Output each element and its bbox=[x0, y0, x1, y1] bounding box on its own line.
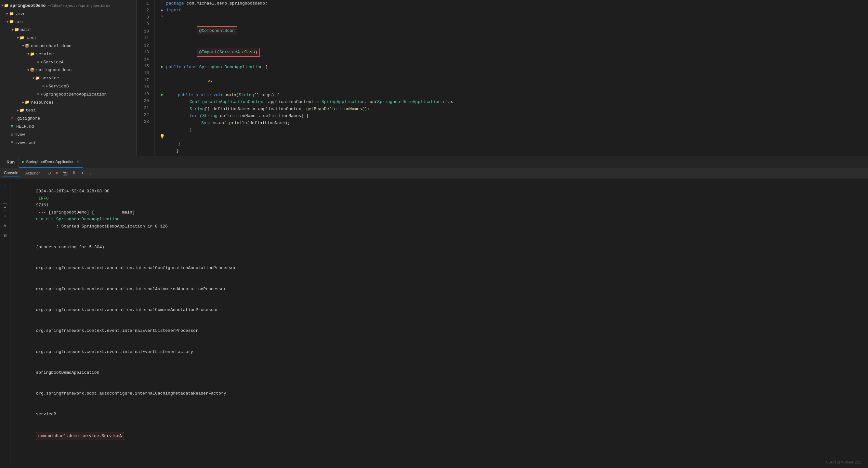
run-icon[interactable]: ▶ bbox=[161, 92, 163, 98]
chevron-icon: ▼ bbox=[27, 52, 29, 57]
sidebar-mvnwcmd-label: mvnw.cmd bbox=[14, 140, 35, 147]
print-btn[interactable]: 🖨 bbox=[2, 222, 8, 230]
sidebar-item-serviceB[interactable]: ⊙ ● ServiceB bbox=[0, 83, 136, 91]
console-process: (process running for 5.304) bbox=[36, 245, 104, 250]
bean-icon: ● bbox=[41, 60, 42, 65]
sidebar-item-SpringbootDemoApplication[interactable]: ⊙ ● SpringbootDemoApplication bbox=[0, 91, 136, 99]
code-text-10: @ComponentScan bbox=[166, 19, 864, 41]
console-bean-1: org.springframework.context.annotation.i… bbox=[36, 266, 236, 271]
console-bean-5: org.springframework.context.event.intern… bbox=[36, 349, 193, 354]
run-tab-springboot[interactable]: ▶ SpringbootDemoApplication ✕ bbox=[19, 156, 83, 168]
run-label-text: Run bbox=[6, 160, 14, 164]
chevron-icon: ▼ bbox=[22, 43, 24, 49]
sidebar-item-gitignore[interactable]: ⊘ .gitignore bbox=[0, 115, 136, 123]
lamp-icon[interactable]: 💡 bbox=[160, 133, 165, 140]
folder-icon: 📁 bbox=[14, 27, 19, 33]
code-line-3: ▶ import ... bbox=[158, 7, 864, 14]
console-toolbar: Console Actuator ↺ ■ 📷 ⏸ ⬇ ⋮ bbox=[0, 168, 868, 179]
sidebar-test-label: test bbox=[26, 107, 36, 114]
more-icon[interactable]: ⋮ bbox=[88, 170, 92, 176]
code-text-16: String[] definitionNames = applicationCo… bbox=[166, 105, 864, 113]
sidebar-item-help[interactable]: M↓ HELP.md bbox=[0, 123, 136, 131]
sidebar-src-label: src bbox=[15, 19, 23, 26]
gutter-14: ▶ bbox=[158, 92, 166, 98]
sidebar-item-src[interactable]: ▼ 📁 src bbox=[0, 18, 136, 26]
console-bean-8: serviceB bbox=[36, 412, 56, 417]
sidebar-item-java[interactable]: ▼ 📁 java bbox=[0, 34, 136, 42]
sidebar-item-service1[interactable]: ▼ 📁 service bbox=[0, 51, 136, 59]
file-icon: ≡ bbox=[11, 132, 13, 138]
console-left-buttons: ↑ ↓ ↵ ⬇ 🖨 🗑 bbox=[0, 181, 10, 465]
scroll-bottom-btn[interactable]: ⬇ bbox=[3, 213, 7, 220]
console-tab-console[interactable]: Console bbox=[3, 170, 20, 177]
sidebar-root-label: springbootDemo bbox=[10, 3, 45, 9]
run-label: Run bbox=[3, 156, 19, 168]
stop-icon[interactable]: ■ bbox=[56, 170, 58, 176]
sidebar-service2-label: service bbox=[41, 75, 59, 82]
run-tabs-bar: Run ▶ SpringbootDemoApplication ✕ bbox=[0, 156, 868, 168]
sidebar-item-main[interactable]: ▼ 📁 main bbox=[0, 26, 136, 34]
chevron-icon: ▶ bbox=[22, 100, 24, 105]
sidebar-item-mvnwcmd[interactable]: ≡ mvnw.cmd bbox=[0, 139, 136, 147]
console-bean-4: org.springframework.context.event.intern… bbox=[36, 328, 198, 333]
editor-area: 1 2 3 9 10 11 12 13 14 15 16 17 18 19 20… bbox=[136, 0, 868, 156]
code-line-1: package com.michael.demo.springbootdemo; bbox=[158, 0, 864, 7]
folder-icon: 📁 bbox=[4, 3, 9, 9]
console-tab-label: Console bbox=[4, 170, 18, 175]
sidebar-item-service2[interactable]: ▼ 📁 service bbox=[0, 74, 136, 83]
file-icon: ≡ bbox=[11, 140, 13, 146]
sidebar-item-resources[interactable]: ▶ 📁 resources bbox=[0, 99, 136, 107]
chevron-icon: ▼ bbox=[32, 76, 34, 81]
chevron-icon: ▼ bbox=[12, 28, 14, 33]
pause-icon[interactable]: ⏸ bbox=[72, 170, 76, 176]
code-text-11: @Import(ServiceA.class) bbox=[166, 41, 864, 64]
gutter-3: ▶ bbox=[158, 7, 166, 13]
chevron-icon: ▼ bbox=[1, 3, 3, 8]
sidebar-item-com-michael-demo[interactable]: ▼ 📦 com.michael.demo bbox=[0, 42, 136, 51]
code-text-21: } bbox=[166, 141, 864, 147]
folder-icon: 📁 bbox=[25, 99, 30, 105]
annotation-highlight-box-bottom: @Import(ServiceA.class) bbox=[197, 49, 260, 57]
camera-icon[interactable]: 📷 bbox=[62, 170, 68, 176]
fold-icon[interactable]: ▶ bbox=[161, 7, 163, 13]
restart-icon[interactable]: ↺ bbox=[49, 170, 51, 176]
console-line-9: org.springframework.boot.autoconfigure.i… bbox=[14, 383, 864, 404]
edit-icon[interactable]: ✎ bbox=[161, 14, 163, 20]
scroll-down-btn[interactable]: ↓ bbox=[3, 193, 7, 201]
console-timestamp: 2024-03-26T14:52:34.028+08:00 bbox=[36, 189, 112, 194]
bean-icon: ● bbox=[41, 92, 42, 97]
code-text-14: public static void main(String[] args) { bbox=[166, 92, 864, 98]
code-line-15: ConfigurableApplicationContext applicati… bbox=[158, 98, 864, 105]
sidebar-item-mvnw[interactable]: ≡ mvnw bbox=[0, 131, 136, 139]
sidebar-springbootdemo-label: springbootdemo bbox=[36, 67, 71, 74]
sidebar-item-root[interactable]: ▼ 📁 springbootDemo ~/IdeaProjects/spring… bbox=[0, 2, 136, 10]
console-info: INFO bbox=[36, 196, 51, 201]
code-line-11: @Import(ServiceA.class) bbox=[158, 41, 864, 64]
folder-icon: 📁 bbox=[20, 107, 24, 114]
console-highlight-box: com.michael.demo.service.ServiceA bbox=[36, 432, 124, 440]
sidebar-root-path: ~/IdeaProjects/springbootDemo bbox=[48, 3, 110, 9]
run-tab-name: SpringbootDemoApplication bbox=[26, 160, 74, 164]
clear-btn[interactable]: 🗑 bbox=[2, 232, 8, 240]
code-line-19: } bbox=[158, 126, 864, 133]
console-line-6: org.springframework.context.event.intern… bbox=[14, 320, 864, 341]
soft-wrap-btn[interactable]: ↵ bbox=[3, 204, 7, 211]
code-line-13: ⊙▾ bbox=[158, 70, 864, 91]
java-class-icon: ⊙ bbox=[37, 59, 39, 65]
sidebar-item-springbootdemo[interactable]: ▼ 📦 springbootdemo bbox=[0, 66, 136, 74]
console-tab-actuator[interactable]: Actuator bbox=[24, 170, 41, 176]
sidebar-item-serviceA[interactable]: ⊙ ● ServiceA bbox=[0, 59, 136, 67]
console-line-11: com.michael.demo.service.ServiceA bbox=[14, 425, 864, 447]
run-tab-close[interactable]: ✕ bbox=[76, 160, 79, 164]
scroll-up-btn[interactable]: ↑ bbox=[3, 182, 7, 191]
console-line-8: springbootDemoApplication bbox=[14, 362, 864, 383]
package-icon: 📦 bbox=[25, 43, 30, 50]
download-icon[interactable]: ⬇ bbox=[81, 170, 84, 176]
sidebar-item-mvn[interactable]: ▶ 📁 .mvn bbox=[0, 10, 136, 18]
run-icon[interactable]: ▶ bbox=[161, 64, 163, 70]
sidebar-item-test[interactable]: ▶ 📁 test bbox=[0, 106, 136, 115]
sidebar-resources-label: resources bbox=[31, 99, 54, 106]
code-line-20: 💡 bbox=[158, 133, 864, 140]
breadcrumb-indicator: ⊙▾ bbox=[208, 79, 213, 83]
code-line-10: @ComponentScan bbox=[158, 19, 864, 41]
